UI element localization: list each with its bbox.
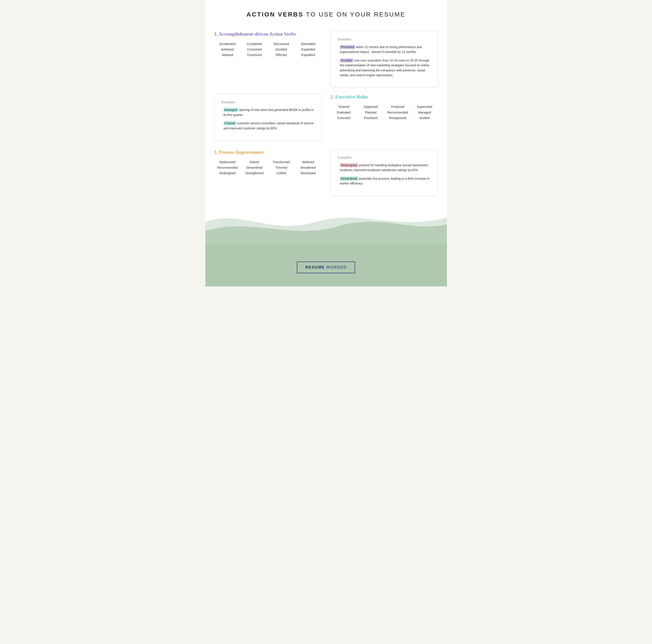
section3-verb-col-2: Solved Streamlined Strengthened <box>241 159 268 176</box>
brand-box: RESUME WORDED <box>297 262 355 273</box>
verb-col-2: Completed Conceived Convinced <box>241 41 268 58</box>
section3-verb-col-3: Transformed Trimmed Unified <box>268 159 295 176</box>
section3-heading: 3. Process Improvement <box>214 150 322 155</box>
verb-col-3: Discovered Doubled Effected <box>268 41 295 58</box>
verb-col-1: Accelerated Achieved Attained <box>214 41 241 58</box>
section2-verb-col-3: Produced Recommended Reorganized <box>384 104 411 121</box>
section2-verb-col-2: Organized Planned Prioritized <box>357 104 384 121</box>
page: ACTION VERBS TO USE ON YOUR RESUME 1. Ac… <box>205 0 447 287</box>
section1-verb-grid: Accelerated Achieved Attained Completed … <box>214 41 322 58</box>
section2-verb-col-1: Chaired Evaluated Executed <box>330 104 357 121</box>
section2-right: 2. Executive Roles Chaired Evaluated Exe… <box>330 94 438 121</box>
brand-resume: RESUME <box>305 265 325 270</box>
section3-example-1: Redesigned protocol for handling workpla… <box>338 163 431 172</box>
section1-left-example-1: Managed opening of new store that genera… <box>221 107 315 117</box>
footer: RESUME WORDED <box>205 244 447 287</box>
highlight-streamlined: Streamlined <box>340 177 358 181</box>
highlight-chaired: Chaired <box>223 121 236 125</box>
highlight-redesigned: Redesigned <box>340 163 358 167</box>
highlight-doubled: Doubled <box>340 58 353 62</box>
section3-example-label: Examples: <box>338 156 431 159</box>
highlight-promoted: Promoted <box>340 45 355 49</box>
highlight-managed: Managed <box>223 108 238 112</box>
section3-example-card: Examples: Redesigned protocol for handli… <box>330 150 438 196</box>
wave-decoration <box>205 205 447 244</box>
verb-col-4: Eliminated Expanded Expedited <box>295 41 322 58</box>
section1-heading: 1. Accomplishment-driven Action Verbs <box>214 31 322 37</box>
section2-verb-grid: Chaired Evaluated Executed Organized Pla… <box>330 104 438 121</box>
section3-verb-col-1: Modernised Recommended Redesigned <box>214 159 241 176</box>
page-title: ACTION VERBS TO USE ON YOUR RESUME <box>214 11 438 18</box>
section3-verb-grid: Modernised Recommended Redesigned Solved… <box>214 159 322 176</box>
section3-verb-col-4: Widened Broadened Revamped <box>295 159 322 176</box>
section1-example-label-right: Examples: <box>338 37 431 41</box>
section1-left-example-2: Chaired customer service committee; rais… <box>221 121 315 131</box>
section1-example-1: Promoted within 12 months due to strong … <box>338 45 431 54</box>
section1-example-2: Doubled new user acquisition from 10-15 … <box>338 58 431 78</box>
section1-example-card-left: Examples: Managed opening of new store t… <box>214 94 322 140</box>
section3-example-2: Streamlined assembly line process, leadi… <box>338 176 431 186</box>
section1-left: 1. Accomplishment-driven Action Verbs Ac… <box>214 31 322 58</box>
brand-worded: WORDED <box>326 265 347 270</box>
section1-example-label-left: Examples: <box>221 100 315 104</box>
section3-left: 3. Process Improvement Modernised Recomm… <box>214 150 322 176</box>
section2-heading: 2. Executive Roles <box>330 94 438 100</box>
section2-verb-col-4: Supervised Managed Guided <box>411 104 438 121</box>
section1-example-card-right: Examples: Promoted within 12 months due … <box>330 31 438 87</box>
